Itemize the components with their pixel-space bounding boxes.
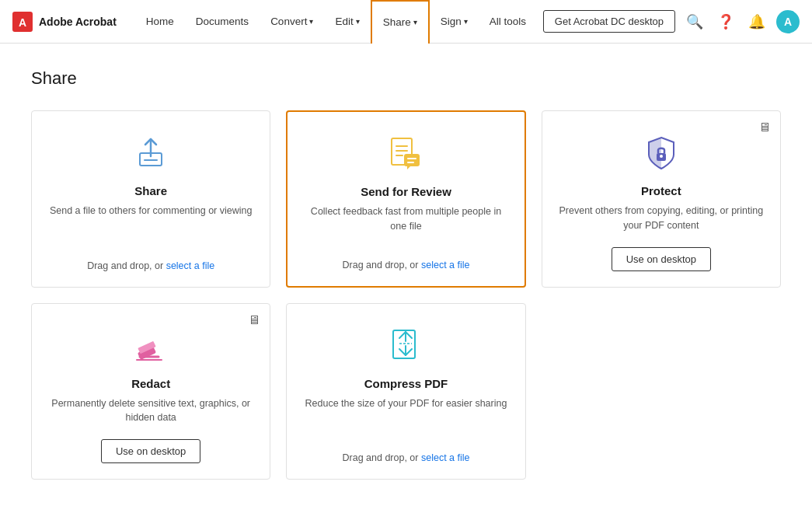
card-protect[interactable]: 🖥 Protect Prevent others from copying, e… — [542, 110, 781, 288]
nav-item-home[interactable]: Home — [135, 0, 185, 44]
card-compress-title: Compress PDF — [364, 377, 448, 390]
card-protect-title: Protect — [641, 184, 681, 197]
card-review-footer: Drag and drop, or select a file — [343, 260, 470, 270]
search-icon[interactable]: 🔍 — [683, 10, 706, 33]
nav-item-documents[interactable]: Documents — [185, 0, 260, 44]
navbar: A Adobe Acrobat Home Documents Convert ▾… — [0, 0, 812, 44]
convert-caret: ▾ — [309, 17, 313, 26]
card-review-select-link[interactable]: select a file — [421, 260, 470, 270]
share-caret: ▾ — [413, 18, 417, 26]
send-review-icon — [389, 134, 423, 174]
compress-icon — [389, 326, 423, 366]
card-redact[interactable]: 🖥 Redact Permanently delete sensitive te… — [31, 303, 270, 480]
card-share-desc: Send a file to others for commenting or … — [50, 204, 253, 246]
svg-marker-9 — [407, 166, 410, 169]
svg-text:A: A — [19, 16, 26, 29]
card-share[interactable]: Share Send a file to others for commenti… — [31, 110, 270, 288]
nav-item-edit[interactable]: Edit ▾ — [324, 0, 370, 44]
brand-icon: A — [12, 12, 33, 32]
card-send-for-review[interactable]: Send for Review Collect feedback fast fr… — [286, 110, 525, 288]
card-review-title: Send for Review — [361, 185, 451, 198]
help-icon[interactable]: ❓ — [714, 10, 737, 33]
protect-icon — [644, 133, 678, 173]
svg-rect-8 — [404, 154, 420, 166]
brand[interactable]: A Adobe Acrobat — [12, 12, 117, 32]
card-protect-desc: Prevent others from copying, editing, or… — [558, 204, 765, 233]
redact-desktop-button[interactable]: Use on desktop — [101, 439, 200, 463]
card-share-title: Share — [134, 184, 167, 197]
card-redact-title: Redact — [131, 377, 170, 390]
card-review-desc: Collect feedback fast from multiple peop… — [303, 204, 508, 246]
monitor-icon: 🖥 — [758, 120, 771, 134]
card-share-footer: Drag and drop, or select a file — [87, 260, 214, 271]
redact-monitor-icon: 🖥 — [248, 313, 260, 327]
protect-desktop-button[interactable]: Use on desktop — [612, 247, 711, 271]
sign-caret: ▾ — [464, 17, 468, 26]
get-acrobat-button[interactable]: Get Acrobat DC desktop — [543, 10, 675, 33]
cards-grid: Share Send a file to others for commenti… — [31, 110, 781, 480]
edit-caret: ▾ — [356, 17, 360, 26]
share-icon — [134, 133, 168, 173]
nav-right: Get Acrobat DC desktop 🔍 ❓ 🔔 A — [543, 10, 800, 33]
nav-item-alltools[interactable]: All tools — [479, 0, 537, 44]
card-compress-desc: Reduce the size of your PDF for easier s… — [305, 396, 507, 439]
nav-item-convert[interactable]: Convert ▾ — [260, 0, 324, 44]
card-compress-footer: Drag and drop, or select a file — [343, 452, 470, 463]
redact-icon — [134, 326, 168, 366]
brand-name: Adobe Acrobat — [39, 16, 117, 28]
card-compress[interactable]: Compress PDF Reduce the size of your PDF… — [286, 303, 525, 480]
main-content: Share Share Send a file to others for co… — [0, 44, 812, 504]
nav-links: Home Documents Convert ▾ Edit ▾ Share ▾ … — [135, 0, 543, 44]
nav-item-sign[interactable]: Sign ▾ — [430, 0, 479, 44]
page-title: Share — [31, 68, 781, 89]
card-compress-select-link[interactable]: select a file — [421, 452, 470, 463]
nav-item-share[interactable]: Share ▾ — [371, 0, 430, 44]
card-share-select-link[interactable]: select a file — [166, 260, 215, 271]
avatar[interactable]: A — [776, 10, 800, 33]
svg-point-13 — [660, 155, 663, 158]
card-redact-desc: Permanently delete sensitive text, graph… — [47, 396, 254, 426]
bell-icon[interactable]: 🔔 — [745, 10, 768, 33]
